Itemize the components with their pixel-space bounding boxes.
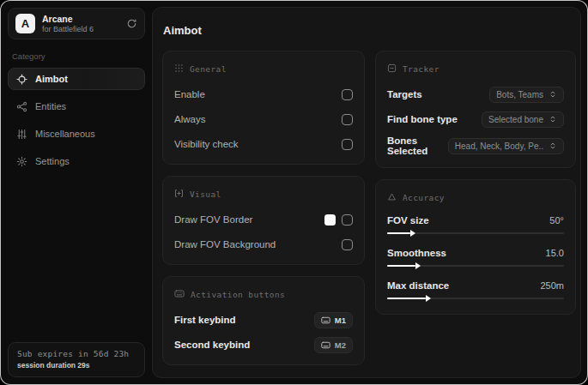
- setting-row: Targets Bots, Teams: [387, 86, 564, 103]
- setting-row: Find bone type Selected bone: [387, 111, 564, 128]
- slider-value: 15.0: [546, 248, 564, 258]
- slider-label: Smoothness: [387, 248, 446, 258]
- keybind-value: M1: [335, 316, 346, 325]
- sidebar-item-settings[interactable]: Settings: [8, 150, 145, 172]
- sub-expires-text: Sub expires in 56d 23h: [17, 349, 136, 358]
- dropdown-value: Selected bone: [488, 115, 543, 124]
- enable-checkbox[interactable]: [342, 89, 353, 100]
- slider-fill: [387, 298, 426, 299]
- setting-label: Bones Selected: [387, 135, 448, 156]
- card-header: Tracker: [403, 64, 439, 74]
- sidebar-item-label: Settings: [35, 156, 70, 166]
- smoothness-slider[interactable]: [387, 262, 564, 270]
- slider-value: 250m: [540, 280, 564, 291]
- visual-card: Visual Draw FOV Border Draw FOV Backgrou…: [162, 176, 365, 265]
- sidebar-item-entities[interactable]: Entities: [8, 95, 145, 117]
- accuracy-card: Accuracy FOV size 50° Smoothness: [375, 179, 576, 315]
- slider-fill: [387, 265, 415, 267]
- always-checkbox[interactable]: [342, 114, 353, 125]
- keybind-value: M2: [335, 340, 346, 350]
- setting-row: Visibility check: [174, 135, 353, 153]
- fov-size-slider[interactable]: [387, 229, 564, 238]
- card-header: Activation buttons: [191, 290, 285, 299]
- app-title: Arcane: [42, 14, 94, 24]
- crosshair-icon: [16, 74, 27, 85]
- setting-label: Second keybind: [174, 340, 250, 350]
- slider-row: FOV size 50°: [387, 215, 564, 238]
- setting-label: Visibility check: [174, 139, 239, 149]
- fov-border-color-swatch[interactable]: [324, 214, 336, 226]
- general-card: General Enable Always Visibility check: [162, 51, 365, 165]
- page-title: Aimbot: [163, 24, 568, 37]
- slider-value: 50°: [549, 215, 564, 226]
- unfold-icon: [549, 141, 557, 150]
- logo-letter: A: [21, 17, 29, 30]
- visual-icon: [174, 186, 184, 202]
- general-icon: [174, 61, 184, 76]
- slider-row: Max distance 250m: [387, 280, 564, 303]
- app-subtitle: for Battlefield 6: [42, 25, 94, 33]
- max-distance-slider[interactable]: [387, 294, 564, 303]
- setting-row: Draw FOV Background: [174, 236, 353, 253]
- unfold-icon: [549, 115, 557, 123]
- setting-row: First keybind M1: [174, 311, 353, 328]
- keyboard-icon: [321, 341, 330, 349]
- gear-icon: [16, 156, 27, 167]
- setting-row: Always: [174, 111, 353, 128]
- first-keybind-button[interactable]: M1: [314, 312, 353, 328]
- sidebar: A Arcane for Battlefield 6 Category Aimb…: [1, 1, 152, 384]
- sidebar-item-label: Miscellaneous: [35, 129, 95, 139]
- slider-label: Max distance: [387, 280, 449, 291]
- second-keybind-button[interactable]: M2: [314, 337, 353, 353]
- keyboard-icon: [174, 286, 185, 302]
- setting-label: Targets: [387, 89, 422, 99]
- app-logo: A: [15, 14, 35, 33]
- bones-selected-dropdown[interactable]: Head, Neck, Body, Pe..: [448, 138, 564, 154]
- slider-label: FOV size: [387, 215, 429, 226]
- draw-fov-background-checkbox[interactable]: [342, 239, 353, 250]
- setting-row: Second keybind M2: [174, 336, 353, 353]
- category-label: Category: [12, 51, 141, 61]
- slider-row: Smoothness 15.0: [387, 248, 564, 270]
- setting-label: Always: [174, 114, 205, 124]
- setting-label: Enable: [174, 89, 205, 99]
- card-header: Visual: [190, 189, 221, 199]
- entities-icon: [16, 101, 27, 112]
- setting-row: Enable: [174, 86, 353, 103]
- app-window: A Arcane for Battlefield 6 Category Aimb…: [0, 0, 588, 385]
- setting-label: First keybind: [174, 315, 236, 325]
- setting-label: Draw FOV Background: [174, 239, 276, 250]
- accuracy-icon: [387, 189, 397, 205]
- targets-dropdown[interactable]: Bots, Teams: [489, 87, 564, 103]
- sidebar-item-label: Aimbot: [35, 74, 68, 84]
- setting-label: Find bone type: [387, 114, 458, 124]
- visibility-check-checkbox[interactable]: [342, 139, 353, 150]
- brand-card: A Arcane for Battlefield 6: [8, 8, 145, 39]
- dropdown-value: Bots, Teams: [496, 90, 543, 99]
- dropdown-value: Head, Neck, Body, Pe..: [455, 141, 543, 151]
- sliders-icon: [16, 129, 27, 140]
- keyboard-icon: [321, 316, 330, 324]
- subscription-info-box: Sub expires in 56d 23h session duration …: [8, 342, 145, 377]
- activation-buttons-card: Activation buttons First keybind M1 Seco…: [162, 276, 365, 365]
- setting-row: Draw FOV Border: [174, 211, 353, 228]
- slider-fill: [387, 232, 410, 234]
- card-header: Accuracy: [403, 193, 445, 202]
- card-header: General: [190, 64, 227, 74]
- setting-row: Bones Selected Head, Neck, Body, Pe..: [387, 135, 564, 156]
- sync-icon[interactable]: [126, 18, 137, 29]
- tracker-card: Tracker Targets Bots, Teams Find bone ty…: [375, 51, 576, 168]
- sidebar-item-miscellaneous[interactable]: Miscellaneous: [8, 123, 145, 145]
- setting-label: Draw FOV Border: [174, 214, 252, 225]
- tracker-icon: [387, 61, 397, 76]
- sidebar-item-aimbot[interactable]: Aimbot: [8, 68, 145, 90]
- sidebar-item-label: Entities: [35, 101, 66, 111]
- main-panel: Aimbot General: [152, 7, 581, 378]
- draw-fov-border-checkbox[interactable]: [342, 214, 353, 226]
- session-duration-text: session duration 29s: [17, 361, 136, 370]
- find-bone-type-dropdown[interactable]: Selected bone: [482, 111, 564, 128]
- unfold-icon: [549, 90, 557, 99]
